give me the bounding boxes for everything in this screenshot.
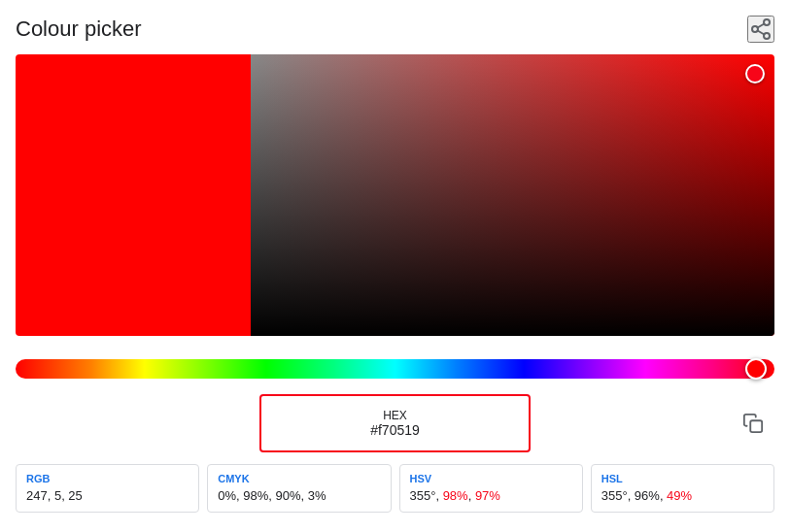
cmyk-value: 0%, 98%, 90%, 3% [218, 488, 326, 503]
hsv-value: 355°, 98%, 97% [410, 488, 500, 503]
hex-value: #f70519 [370, 422, 420, 438]
page-title: Colour picker [16, 17, 142, 42]
header: Colour picker [16, 16, 774, 43]
rgb-label: RGB [26, 473, 189, 484]
hex-section: HEX #f70519 [16, 394, 774, 452]
svg-rect-5 [750, 420, 762, 432]
color-picker-area[interactable] [16, 54, 774, 336]
svg-line-3 [758, 31, 765, 35]
hsv-label: HSV [410, 473, 572, 484]
hue-slider-container[interactable] [16, 359, 774, 379]
hue-slider-track[interactable] [16, 359, 774, 379]
picker-thumb[interactable] [745, 64, 765, 83]
color-values-row: RGB 247, 5, 25 CMYK 0%, 98%, 90%, 3% HSV… [16, 464, 774, 513]
hex-box[interactable]: HEX #f70519 [259, 394, 531, 452]
cmyk-label: CMYK [218, 473, 380, 484]
rgb-value: 247, 5, 25 [26, 488, 83, 503]
copy-button[interactable] [732, 413, 774, 434]
color-value-rgb: RGB 247, 5, 25 [16, 464, 199, 513]
color-value-hsl: HSL 355°, 96%, 49% [591, 464, 774, 513]
picker-gradient-inner [251, 54, 774, 336]
picker-solid-color [16, 54, 251, 336]
hsl-value: 355°, 96%, 49% [601, 488, 692, 503]
color-value-hsv: HSV 355°, 98%, 97% [399, 464, 583, 513]
hsl-label: HSL [601, 473, 764, 484]
color-value-cmyk: CMYK 0%, 98%, 90%, 3% [207, 464, 391, 513]
hue-slider-thumb[interactable] [745, 358, 767, 380]
share-button[interactable] [747, 16, 774, 43]
picker-gradient-area [251, 54, 774, 336]
svg-line-4 [758, 24, 765, 28]
hex-label: HEX [383, 409, 407, 422]
